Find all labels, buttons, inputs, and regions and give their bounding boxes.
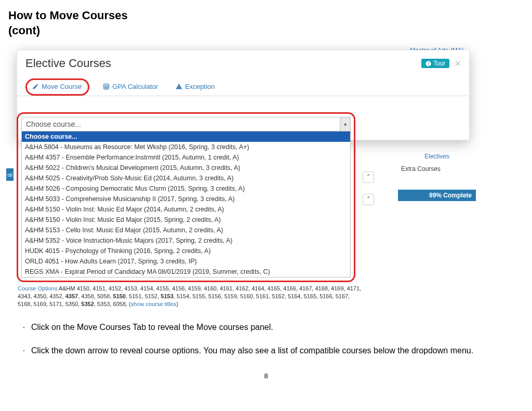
tab-move-course[interactable]: Move Course (25, 78, 89, 96)
dropdown-option[interactable]: A&HM 5352 - Voice Instruction-Music Majo… (22, 235, 350, 246)
pencil-icon (32, 83, 39, 90)
tab-gpa-calculator[interactable]: GPA Calculator (99, 79, 162, 96)
dropdown-option[interactable]: A&HM 5150 - Violin Inst: Music Ed Major … (22, 204, 350, 215)
dropdown-option[interactable]: Choose course... (22, 131, 350, 142)
bullet-icon: · (17, 321, 31, 333)
dropdown-option[interactable]: A&HM 5150 - Violin Inst: Music Ed Major … (22, 215, 350, 225)
screenshot-container: Master of Arts (MA) Electives Extra Cour… (8, 47, 523, 307)
dropdown-option[interactable]: A&HM 5022 - Children's Musical Developme… (22, 163, 350, 173)
close-icon[interactable]: × (455, 58, 461, 70)
dropdown-option[interactable]: A&HA 5804 - Museums as Resource: Met Wks… (22, 142, 350, 152)
dropdown-option[interactable]: ORLD 4051 - How Adults Learn (2017, Spri… (22, 256, 350, 267)
course-dropdown-list: Choose course... A&HA 5804 - Museums as … (21, 131, 351, 277)
collapse-button-2[interactable]: ˄ (363, 194, 374, 205)
modal-title: Elective Courses (25, 57, 111, 70)
chevron-up-icon: ˄ (367, 196, 370, 203)
svg-rect-2 (104, 84, 109, 89)
tour-button[interactable]: i Tour (421, 59, 449, 68)
select-placeholder: Choose course... (26, 120, 81, 128)
course-dropdown-wrapper: Choose course... ▾ Choose course... A&HA… (17, 112, 355, 282)
course-options-label: Course Options (18, 285, 57, 291)
bullet-icon: · (17, 344, 31, 356)
page-number: 8 (0, 372, 532, 380)
dropdown-option[interactable]: A&HM 5025 - Creativity/Prob Solv-Music E… (22, 173, 350, 183)
collapse-button-1[interactable]: ˄ (363, 171, 374, 183)
dropdown-option[interactable]: HUDK 4015 - Psychology of Thinking (2016… (22, 246, 350, 256)
modal-tabs: Move Course GPA Calculator Exception (17, 74, 469, 96)
tab-exception[interactable]: Exception (171, 79, 219, 96)
chevron-down-icon[interactable]: ▾ (340, 117, 350, 131)
instructions: · Click on the Move Courses Tab to revea… (17, 321, 515, 368)
electives-link[interactable]: Electives (398, 153, 476, 160)
info-icon: i (425, 61, 431, 67)
highlight-outline: Choose course... ▾ Choose course... A&HA… (17, 112, 355, 282)
dropdown-option[interactable]: A&HM 5153 - Cello Inst: Music Ed Major (… (22, 225, 350, 235)
chevron-up-icon: ˄ (367, 174, 370, 181)
course-select[interactable]: Choose course... ▾ (21, 117, 351, 131)
course-options-text: Course Options A&HM 4150, 4151, 4152, 41… (18, 285, 362, 308)
warning-icon (176, 83, 182, 90)
svg-text:i: i (428, 61, 429, 65)
dropdown-option[interactable]: A&HM 5026 - Composing Democratic Mus Cls… (22, 183, 350, 194)
progress-badge: 99% Complete (398, 190, 476, 201)
dropdown-option[interactable]: A&HM 5033 - Comprehensive Musicianship I… (22, 194, 350, 204)
extra-courses-label: Extra Courses (401, 165, 476, 173)
instruction-item: · Click the down arrow to reveal course … (17, 344, 515, 356)
dropdown-option[interactable]: A&HM 4357 - Ensemble Performance:Instrmn… (22, 152, 350, 163)
dropdown-option[interactable]: REGS XMA - Expirat Period of Candidacy M… (22, 267, 350, 277)
instruction-item: · Click on the Move Courses Tab to revea… (17, 321, 515, 333)
cropped-fragment: ısi (6, 168, 14, 181)
show-course-titles-link[interactable]: show course titles (131, 301, 176, 307)
page-title: How to Move Courses (cont) (0, 0, 532, 38)
calculator-icon (103, 83, 110, 90)
